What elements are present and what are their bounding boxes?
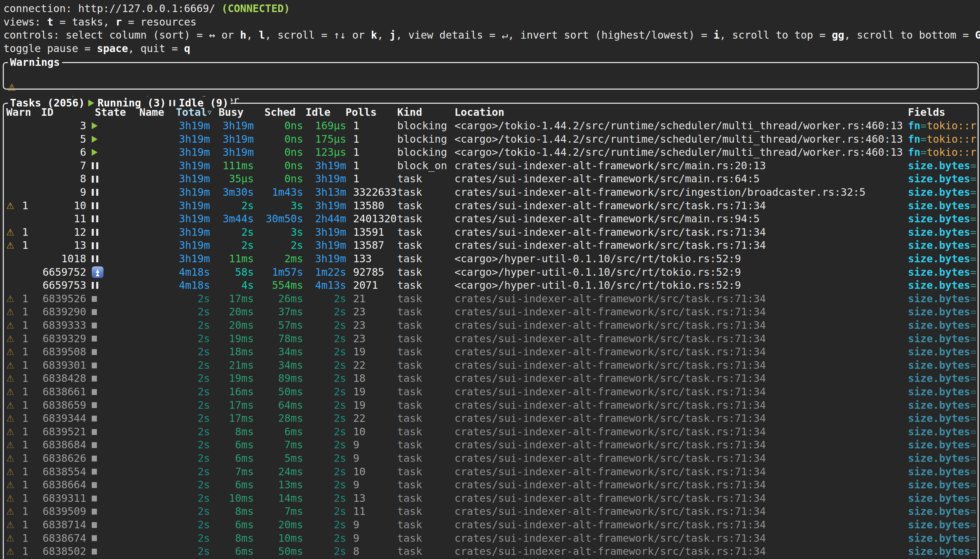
task-idle-duration: 2s (334, 478, 346, 492)
field-name: size.bytes (908, 359, 970, 371)
table-row[interactable]: 66597534m18s4s554ms4m13s2071task<cargo>/… (0, 279, 978, 292)
task-total-duration: 2s (198, 319, 210, 332)
task-total-duration: 3h19m (179, 252, 210, 266)
table-row[interactable]: 33h19m3h19m0ns169µs1blocking<cargo>/toki… (0, 119, 978, 133)
field-name: size.bytes (908, 239, 970, 251)
table-row[interactable]: ⚠168386592s17ms64ms2s19taskcrates/sui-in… (0, 399, 978, 412)
task-fields: fn=tokio::r (908, 146, 977, 159)
task-fields: size.bytes= (908, 478, 977, 492)
table-row[interactable]: ⚠1133h19m2s2s3h19m13587taskcrates/sui-in… (0, 239, 978, 252)
warning-icon: ⚠ (6, 425, 14, 439)
task-state-icon-completed (89, 545, 105, 558)
table-row[interactable]: 10183h19m11ms2ms3h19m133task<cargo>/hype… (0, 252, 978, 266)
table-row[interactable]: ⚠168386742s8ms10ms2s9taskcrates/sui-inde… (0, 532, 978, 545)
table-row[interactable]: ⚠1123h19m2s3s3h19m13591taskcrates/sui-in… (0, 226, 978, 239)
task-state-icon-paused (89, 172, 105, 186)
field-equals: = (970, 266, 977, 278)
task-state-icon-paused (89, 159, 105, 173)
task-id: 6659752 (43, 266, 86, 279)
table-row[interactable]: ⚠168386642s6ms13ms2s9taskcrates/sui-inde… (0, 478, 978, 492)
table-row[interactable]: ⚠168387142s6ms20ms2s9taskcrates/sui-inde… (0, 518, 978, 532)
table-row[interactable]: ⚠168395092s8ms7ms2s11taskcrates/sui-inde… (0, 505, 978, 518)
table-body: 33h19m3h19m0ns169µs1blocking<cargo>/toki… (0, 0, 978, 559)
task-busy-duration: 16ms (229, 385, 254, 399)
table-row[interactable]: ⚠168386612s16ms50ms2s19taskcrates/sui-in… (0, 385, 978, 399)
table-row[interactable]: 93h19m3m30s1m43s3h13m3322633taskcrates/s… (0, 186, 978, 199)
task-polls: 22 (353, 359, 366, 372)
task-sched-duration: 1m57s (272, 266, 303, 279)
field-equals: = (970, 466, 977, 478)
table-row[interactable]: ⚠168386842s6ms7ms2s9taskcrates/sui-index… (0, 438, 978, 452)
task-id: 6659753 (43, 279, 86, 292)
task-sched-duration: 64ms (278, 399, 303, 412)
task-fields: fn=tokio::r (908, 133, 977, 146)
table-row[interactable]: 73h19m111ms0ns3h19m1block_oncrates/sui-i… (0, 159, 978, 173)
task-polls: 19 (353, 385, 366, 399)
task-idle-duration: 2s (334, 345, 346, 359)
task-kind: task (397, 478, 422, 492)
table-row[interactable]: ⚠168393112s10ms14ms2s13taskcrates/sui-in… (0, 492, 978, 505)
task-location: crates/sui-indexer-alt-framework/src/tas… (455, 465, 766, 479)
task-state-icon-completed (89, 505, 105, 518)
task-id: 6838661 (43, 385, 86, 399)
field-name: size.bytes (908, 213, 970, 225)
field-equals: = (970, 239, 977, 251)
task-total-duration: 2s (198, 385, 210, 399)
table-row[interactable]: 53h19m3h19m0ns175µs1blocking<cargo>/toki… (0, 133, 978, 146)
table-row[interactable]: ⚠168385022s6ms50ms2s8taskcrates/sui-inde… (0, 545, 978, 558)
table-row[interactable]: 63h19m3h19m0ns123µs1blocking<cargo>/toki… (0, 146, 978, 159)
field-equals: = (970, 532, 977, 544)
task-fields: size.bytes= (908, 186, 977, 199)
table-row[interactable]: ⚠168393012s21ms34ms2s22taskcrates/sui-in… (0, 359, 978, 372)
task-id: 6838428 (43, 372, 86, 385)
table-row[interactable]: ⚠168386262s6ms5ms2s9taskcrates/sui-index… (0, 452, 978, 465)
task-polls: 13 (353, 492, 366, 505)
table-row[interactable]: ⚠168393332s20ms57ms2s23taskcrates/sui-in… (0, 319, 978, 332)
task-sched-duration: 37ms (278, 305, 303, 319)
task-sched-duration: 0ns (285, 146, 303, 159)
task-fields: size.bytes= (908, 199, 977, 213)
task-warn-count: 1 (22, 425, 28, 439)
task-state-icon-paused (89, 226, 105, 239)
field-name: size.bytes (908, 492, 970, 504)
field-name: size.bytes (908, 452, 970, 464)
task-fields: size.bytes= (908, 385, 977, 399)
task-sched-duration: 78ms (278, 332, 303, 346)
field-name: size.bytes (908, 279, 970, 291)
warning-icon: ⚠ (6, 412, 14, 425)
task-idle-duration: 3h19m (315, 199, 346, 213)
task-total-duration: 2s (198, 545, 210, 558)
table-row[interactable]: ⚠168393442s17ms28ms2s22taskcrates/sui-in… (0, 412, 978, 425)
task-fields: size.bytes= (908, 292, 977, 306)
table-row[interactable]: ⚠168393292s19ms78ms2s23taskcrates/sui-in… (0, 332, 978, 346)
table-row[interactable]: ⚠168385542s7ms24ms2s10taskcrates/sui-ind… (0, 465, 978, 479)
task-idle-duration: 2s (334, 292, 346, 306)
task-sched-duration: 0ns (285, 133, 303, 146)
task-busy-duration: 17ms (229, 412, 254, 425)
task-id: 6839301 (43, 359, 86, 372)
task-location: crates/sui-indexer-alt-framework/src/mai… (455, 172, 760, 186)
table-row[interactable]: ⚠168392902s20ms37ms2s23taskcrates/sui-in… (0, 305, 978, 319)
task-warn-count: 1 (22, 478, 28, 492)
table-row[interactable]: ⚠168384282s19ms89ms2s18taskcrates/sui-in… (0, 372, 978, 385)
table-row[interactable]: 83h19m35µs0ns3h19m1taskcrates/sui-indexe… (0, 172, 978, 186)
warning-icon: ⚠ (6, 492, 14, 505)
table-row[interactable]: ⚠1103h19m2s3s3h19m13580taskcrates/sui-in… (0, 199, 978, 213)
task-idle-duration: 2s (334, 412, 346, 425)
table-row[interactable]: 6659752▲▲4m18s58s1m57s1m22s92785task<car… (0, 266, 978, 279)
table-row[interactable]: ⚠168395082s18ms34ms2s19taskcrates/sui-in… (0, 345, 978, 359)
task-fields: size.bytes= (908, 505, 977, 518)
task-location: crates/sui-indexer-alt-framework/src/tas… (455, 438, 766, 452)
task-idle-duration: 2s (334, 332, 346, 346)
task-location: crates/sui-indexer-alt-framework/src/tas… (455, 292, 766, 306)
task-sched-duration: 3s (291, 199, 303, 213)
task-state-icon-completed (89, 399, 105, 412)
task-fields: size.bytes= (908, 359, 977, 372)
task-polls: 21 (353, 292, 366, 306)
table-row[interactable]: ⚠168395262s17ms26ms2s21taskcrates/sui-in… (0, 292, 978, 306)
table-row[interactable]: 113h19m3m44s30m50s2h44m2401320taskcrates… (0, 212, 978, 226)
task-busy-duration: 2s (242, 239, 254, 252)
table-row[interactable]: ⚠168395212s8ms6ms2s10taskcrates/sui-inde… (0, 425, 978, 439)
task-fields: size.bytes= (908, 345, 977, 359)
task-location: crates/sui-indexer-alt-framework/src/ing… (455, 186, 866, 199)
